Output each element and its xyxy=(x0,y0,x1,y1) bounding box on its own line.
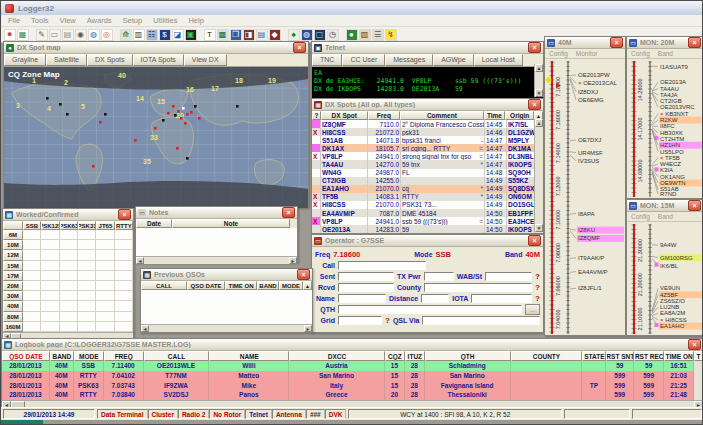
radio-icon[interactable]: ◨ xyxy=(243,29,255,41)
worked-cell[interactable] xyxy=(115,271,133,281)
worked-cell[interactable] xyxy=(60,250,78,260)
worked-cell[interactable] xyxy=(115,312,133,322)
bandmap-menu-config[interactable]: Config xyxy=(631,50,650,57)
close-icon[interactable]: × xyxy=(282,207,295,218)
worked-cell[interactable] xyxy=(23,250,41,260)
worked-cell[interactable] xyxy=(41,322,59,332)
wabst-field[interactable] xyxy=(485,272,532,281)
notes-hscrollbar[interactable]: ◄ ► xyxy=(136,256,297,264)
worked-cell[interactable] xyxy=(78,261,96,271)
worked-cell[interactable] xyxy=(78,240,96,250)
iota-help-button[interactable]: ? xyxy=(535,294,540,303)
prev-qsos-col-band[interactable]: BAND xyxy=(257,281,279,290)
web-icon[interactable]: ◍ xyxy=(301,29,313,41)
worked-cell[interactable] xyxy=(78,271,96,281)
grid-field[interactable] xyxy=(338,316,382,325)
close-icon[interactable]: × xyxy=(293,42,306,53)
qslvia-field[interactable] xyxy=(422,316,540,325)
worked-cell[interactable] xyxy=(23,301,41,311)
scroll-down-icon[interactable]: ▼ xyxy=(535,89,543,97)
worked-cell[interactable] xyxy=(115,240,133,250)
logbook-col-band[interactable]: BAND xyxy=(50,351,74,361)
worked-cell[interactable] xyxy=(23,281,41,291)
worked-cell[interactable] xyxy=(23,271,41,281)
tab-local-host[interactable]: Local Host xyxy=(474,54,523,66)
logbook-col-qth[interactable]: QTH xyxy=(425,351,511,361)
tab-dx-spots[interactable]: DX Spots xyxy=(87,54,133,66)
worked-cell[interactable] xyxy=(78,312,96,322)
dx-spot-row[interactable]: IZ8QMF7110.02° Diploma Francesco Cossig1… xyxy=(312,120,543,128)
worked-cell[interactable] xyxy=(96,271,114,281)
go-icon[interactable]: ● xyxy=(346,29,358,41)
dx-spot-row[interactable]: TA4AU14270.059 tnx*14:47IK0OPS xyxy=(312,160,543,168)
worked-cell[interactable] xyxy=(78,250,96,260)
grid-help-button[interactable]: ? xyxy=(385,316,390,325)
monitor-20m-scale[interactable]: 14.2800014.1700014.08000I1ASUAT9OE2013AT… xyxy=(627,59,703,199)
logbook-row[interactable]: 28/01/201340MSSB7.11400OE2013WLEWilliAus… xyxy=(2,361,703,371)
menu-item-utilities[interactable]: Utilities xyxy=(153,16,177,25)
terminal-icon[interactable]: ▣ xyxy=(185,29,197,41)
edit-icon[interactable]: ✎ xyxy=(36,29,48,41)
window-icon[interactable]: ❐ xyxy=(230,29,242,41)
logbook-col-rst-snt[interactable]: RST SNT xyxy=(606,351,634,361)
globe-icon[interactable]: ◍ xyxy=(88,29,100,41)
dx-spot-row[interactable]: XVP8LP24941.0ssb 59 (((73's)))=14:50EA3H… xyxy=(312,217,543,225)
rcvd-field[interactable] xyxy=(338,283,394,292)
worked-cell[interactable] xyxy=(23,322,41,332)
close-icon[interactable]: × xyxy=(118,209,131,220)
logbook-col-rst-rec[interactable]: RST REC xyxy=(634,351,664,361)
worked-cell[interactable] xyxy=(41,230,59,240)
qth-more-button[interactable]: ... xyxy=(525,304,540,315)
dx-spots-col-dxspot[interactable]: DX Spot xyxy=(321,111,368,120)
status-cluster[interactable]: Cluster xyxy=(148,409,178,419)
worked-cell[interactable] xyxy=(60,281,78,291)
close-icon[interactable]: × xyxy=(528,235,541,246)
worked-cell[interactable] xyxy=(96,291,114,301)
status-antenna[interactable]: Antenna xyxy=(272,409,306,419)
county-field[interactable] xyxy=(424,283,532,292)
prev-qsos-col-qsodate[interactable]: QSO DATE xyxy=(187,281,225,290)
worked-cell[interactable] xyxy=(96,261,114,271)
status-no-rotor[interactable]: No Rotor xyxy=(209,409,245,419)
logbook-col-cqz[interactable]: CQZ xyxy=(385,351,405,361)
scroll-up-icon[interactable]: ▲ xyxy=(303,281,312,290)
scroll-down-icon[interactable]: ▼ xyxy=(535,224,543,232)
logbook-col-state[interactable]: STATE xyxy=(582,351,606,361)
tab-grayline[interactable]: Grayline xyxy=(4,54,46,66)
status--[interactable]: ### xyxy=(306,409,325,419)
dx-spot-row[interactable]: S51AB14071.8bpsk31 franci-14:47M5PLY xyxy=(312,136,543,144)
worked-cell[interactable] xyxy=(41,301,59,311)
worked-cell[interactable] xyxy=(115,261,133,271)
prev-qsos-hscrollbar[interactable]: ◄ ► xyxy=(141,324,312,332)
prev-qsos-body[interactable] xyxy=(141,290,312,324)
close-icon[interactable]: × xyxy=(688,339,701,350)
close-icon[interactable]: × xyxy=(528,42,541,53)
tab-view-dx[interactable]: View DX xyxy=(184,54,227,66)
tab-agwpe[interactable]: AGWpe xyxy=(433,54,474,66)
name-field[interactable] xyxy=(338,294,386,303)
status-dvk[interactable]: DVK xyxy=(325,409,347,419)
dx-spot-row[interactable]: XTF5B14083.1RTTY*14:49ON6OM xyxy=(312,193,543,201)
logbook-col-time-on[interactable]: TIME ON xyxy=(664,351,694,361)
close-icon[interactable]: × xyxy=(610,37,623,48)
notes-col-note[interactable]: Note xyxy=(172,219,290,228)
close-icon[interactable]: × xyxy=(688,37,701,48)
scroll-up-icon[interactable]: ▲ xyxy=(535,64,543,72)
logbook-col-call[interactable]: CALL xyxy=(144,351,210,361)
tree-icon[interactable]: ♠ xyxy=(288,29,300,41)
worked-cell[interactable] xyxy=(60,301,78,311)
prev-qsos-col-call[interactable]: CALL xyxy=(141,281,187,290)
txpwr-field[interactable] xyxy=(424,272,454,281)
bandmap-menu-band[interactable]: Band xyxy=(658,213,673,220)
menu-item-view[interactable]: View xyxy=(60,16,76,25)
dvk-icon[interactable]: ↯ xyxy=(385,29,397,41)
logbook-row[interactable]: 28/01/201340MRTTY7.04102T77NMMatteoSan M… xyxy=(2,371,703,381)
worked-cell[interactable] xyxy=(115,281,133,291)
monitor-icon[interactable]: ▢ xyxy=(314,29,326,41)
worked-cell[interactable] xyxy=(96,230,114,240)
wabst-help-button[interactable]: ? xyxy=(535,272,540,281)
sent-field[interactable] xyxy=(338,272,394,281)
accounts-icon[interactable]: $ xyxy=(159,29,171,41)
county-help-button[interactable]: ? xyxy=(535,283,540,292)
dx-icon[interactable]: ◉ xyxy=(75,29,87,41)
